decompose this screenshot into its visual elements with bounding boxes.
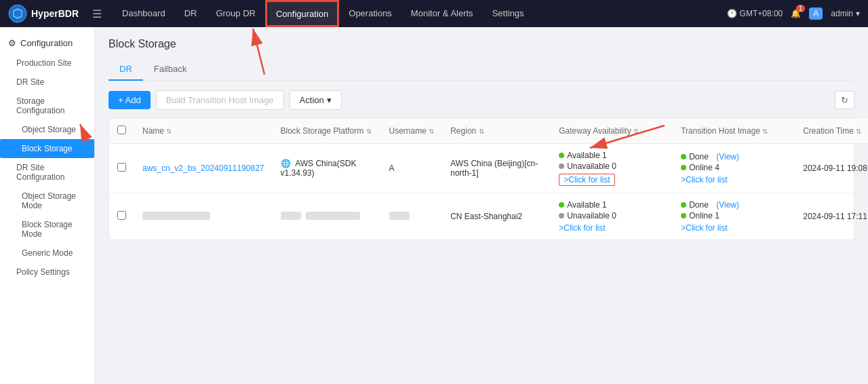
sidebar: ⚙ Configuration Production Site DR Site … (0, 27, 95, 384)
select-all-checkbox[interactable] (117, 126, 126, 134)
row2-gateway-available-label: Available 1 (567, 200, 607, 210)
sidebar-item-block-storage-mode[interactable]: Block Storage Mode (0, 215, 94, 244)
row1-transition-cell: Done (View) Online 4 >Click for list (673, 144, 795, 193)
user-menu[interactable]: admin ▾ (831, 9, 860, 18)
top-navigation: HyperBDR ☰ Dashboard DR Group DR Configu… (0, 0, 868, 27)
action-chevron-icon: ▾ (327, 95, 332, 105)
row1-name-cell: aws_cn_v2_bs_20240911190827 (134, 144, 273, 193)
tab-dr[interactable]: DR (108, 58, 143, 81)
row2-transition-view-link[interactable]: (View) (716, 200, 739, 210)
action-label: Action (300, 95, 324, 105)
sidebar-section-configuration[interactable]: ⚙ Configuration (0, 33, 94, 54)
done-dot-icon (681, 154, 686, 159)
config-icon: ⚙ (8, 38, 16, 48)
row1-username-cell: A (381, 144, 443, 193)
notifications-bell[interactable]: 🔔 1 (791, 9, 801, 18)
sidebar-item-block-storage[interactable]: Block Storage (0, 139, 94, 158)
col-name[interactable]: Name ⇅ (134, 119, 273, 144)
clock-icon: 🕐 (727, 9, 737, 18)
nav-items: Dashboard DR Group DR Configuration Oper… (113, 0, 727, 27)
row2-gateway-available: Available 1 (559, 200, 665, 210)
row2-creation-value: 2024-09-11 17:11:52 (803, 212, 868, 221)
col-gateway[interactable]: Gateway Availability ⇅ (551, 119, 673, 144)
sort-region-icon: ⇅ (479, 128, 484, 135)
online-dot-icon (681, 165, 686, 170)
row2-gateway-click-list[interactable]: >Click for list (559, 223, 605, 233)
app-logo[interactable]: HyperBDR (8, 4, 79, 23)
toolbar: + Add Build Transition Host Image Action… (108, 90, 854, 110)
app-layout: ⚙ Configuration Production Site DR Site … (0, 27, 868, 384)
row1-transition-view-link[interactable]: (View) (716, 152, 739, 161)
build-transition-button[interactable]: Build Transition Host Image (156, 90, 284, 110)
tabs: DR Failback (108, 58, 854, 81)
action-button[interactable]: Action ▾ (290, 90, 342, 110)
row1-checkbox-cell (109, 144, 134, 193)
row1-transition-click-list[interactable]: >Click for list (681, 175, 727, 185)
notification-badge: 1 (796, 5, 806, 12)
time-value: GMT+08:00 (740, 9, 783, 18)
row1-gateway-cell: Available 1 Unavailable 0 >Click for lis… (551, 144, 673, 193)
page-title: Block Storage (108, 38, 854, 50)
row1-region-value: AWS China (Beijing)[cn-north-1] (450, 159, 538, 178)
table-header-row: Name ⇅ Block Storage Platform ⇅ Username… (109, 119, 868, 144)
row1-gateway-unavailable-label: Unavailable 0 (567, 161, 616, 171)
row1-checkbox[interactable] (117, 163, 126, 172)
nav-settings[interactable]: Settings (483, 0, 534, 27)
row2-platform-blurred (306, 212, 360, 220)
nav-dr[interactable]: DR (175, 0, 207, 27)
row2-platform-flag-blurred (281, 212, 301, 220)
col-creation[interactable]: Creation Time ⇅ (795, 119, 868, 144)
row2-name-blurred (142, 212, 210, 220)
nav-monitor[interactable]: Monitor & Alerts (401, 0, 483, 27)
sidebar-item-object-storage-mode[interactable]: Object Storage Mode (0, 187, 94, 215)
row2-gateway-unavailable: Unavailable 0 (559, 211, 665, 220)
chevron-down-icon: ▾ (856, 9, 860, 18)
nav-operations[interactable]: Operations (339, 0, 401, 27)
col-username[interactable]: Username ⇅ (381, 119, 443, 144)
row2-checkbox[interactable] (117, 211, 126, 220)
nav-right: 🕐 GMT+08:00 🔔 1 A admin ▾ (727, 7, 860, 20)
sort-name-icon: ⇅ (166, 128, 172, 135)
row2-transition-status2: Online 1 (689, 211, 719, 220)
row1-gateway-click-list[interactable]: >Click for list (559, 174, 614, 186)
row2-platform-cell (273, 193, 381, 240)
sidebar-item-production-site[interactable]: Production Site (0, 54, 94, 73)
row1-username-value: A (389, 164, 395, 173)
nav-dashboard[interactable]: Dashboard (113, 0, 175, 27)
col-platform[interactable]: Block Storage Platform ⇅ (273, 119, 381, 144)
row2-username-blurred (389, 212, 410, 220)
row1-transition-status1: Done (689, 152, 709, 161)
tab-failback[interactable]: Failback (143, 58, 197, 81)
nav-group-dr[interactable]: Group DR (206, 0, 265, 27)
row1-gateway-available-label: Available 1 (567, 151, 607, 160)
sidebar-section-label: Configuration (20, 38, 73, 48)
sidebar-item-generic-mode[interactable]: Generic Mode (0, 244, 94, 263)
done2-dot-icon (681, 202, 686, 208)
row1-name-link[interactable]: aws_cn_v2_bs_20240911190827 (142, 164, 264, 173)
row2-transition-online: Online 1 (681, 211, 787, 220)
sort-gateway-icon: ⇅ (633, 128, 639, 135)
row2-region-value: CN East-Shanghai2 (450, 212, 522, 221)
row2-gateway-cell: Available 1 Unavailable 0 >Click for lis… (551, 193, 673, 240)
sidebar-item-object-storage[interactable]: Object Storage (0, 120, 94, 139)
row1-creation-cell: 2024-09-11 19:08:28 (795, 144, 868, 193)
row1-platform-cell: 🌐 AWS China(SDK v1.34.93) (273, 144, 381, 193)
sort-creation-icon: ⇅ (856, 128, 861, 135)
add-button[interactable]: + Add (108, 91, 151, 109)
sidebar-item-storage-config[interactable]: Storage Configuration (0, 92, 94, 120)
row2-transition-status1: Done (689, 200, 709, 210)
sidebar-item-policy-settings[interactable]: Policy Settings (0, 263, 94, 282)
table-row: aws_cn_v2_bs_20240911190827 🌐 AWS China(… (109, 144, 868, 193)
sidebar-item-dr-site-config[interactable]: DR Site Configuration (0, 158, 94, 187)
row2-name-cell (134, 193, 273, 240)
sidebar-item-dr-site[interactable]: DR Site (0, 73, 94, 92)
row2-checkbox-cell (109, 193, 134, 240)
row2-transition-click-list[interactable]: >Click for list (681, 223, 727, 233)
refresh-button[interactable]: ↻ (835, 91, 854, 109)
col-region[interactable]: Region ⇅ (442, 119, 551, 144)
col-transition[interactable]: Transition Host Image ⇅ (673, 119, 795, 144)
hamburger-icon[interactable]: ☰ (92, 7, 102, 20)
nav-configuration[interactable]: Configuration (265, 0, 339, 27)
row1-gateway-available: Available 1 (559, 151, 665, 160)
time-display: 🕐 GMT+08:00 (727, 9, 783, 18)
